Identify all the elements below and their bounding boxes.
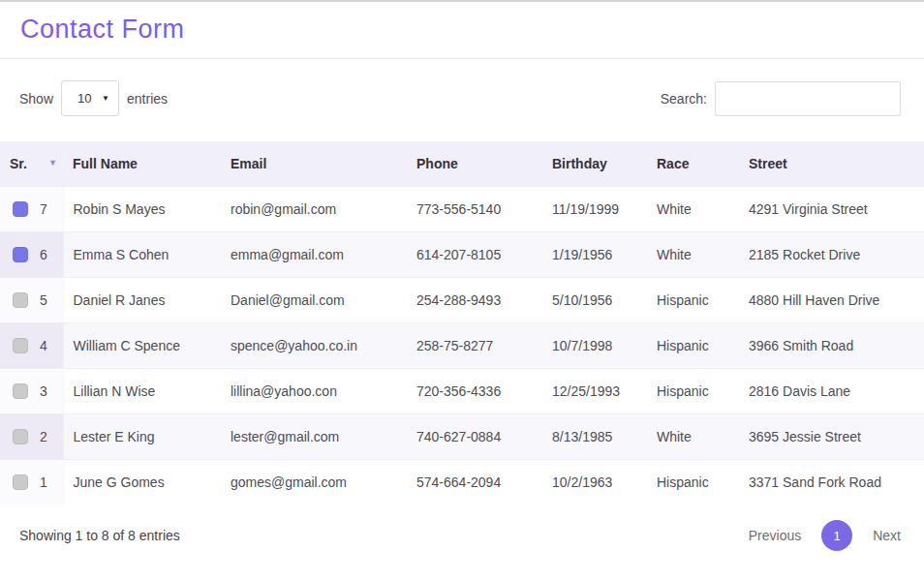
next-page-button[interactable]: Next bbox=[873, 528, 901, 543]
table-controls: Show 10 ▼ entries Search: bbox=[0, 80, 924, 116]
cell-full-name: Daniel R Janes bbox=[63, 277, 221, 322]
table-row: 2 Lester E King lester@gmail.com 740-627… bbox=[0, 413, 924, 459]
sort-descending-icon: ▼ bbox=[48, 159, 57, 168]
row-select-checkbox[interactable] bbox=[13, 201, 28, 217]
table-header-row: Sr. ▼ Full Name Email Phone Birthday Rac… bbox=[0, 141, 924, 186]
sr-number: 3 bbox=[40, 383, 47, 399]
row-select-checkbox[interactable] bbox=[13, 292, 28, 308]
cell-street: 2816 Davis Lane bbox=[739, 368, 924, 413]
cell-email: emma@gmail.com bbox=[221, 231, 407, 277]
contacts-table: Sr. ▼ Full Name Email Phone Birthday Rac… bbox=[0, 141, 924, 505]
cell-phone: 258-75-8277 bbox=[407, 322, 542, 368]
page-1-button[interactable]: 1 bbox=[821, 520, 852, 551]
cell-race: Hispanic bbox=[647, 459, 739, 505]
column-header-sr-label: Sr. bbox=[10, 156, 27, 171]
cell-email: lester@gmail.com bbox=[221, 413, 407, 459]
cell-phone: 773-556-5140 bbox=[407, 186, 542, 231]
cell-full-name: Robin S Mayes bbox=[63, 186, 221, 231]
cell-full-name: William C Spence bbox=[63, 322, 221, 368]
cell-street: 3371 Sand Fork Road bbox=[739, 459, 924, 505]
cell-email: robin@gmail.com bbox=[221, 186, 407, 231]
table-row: 4 William C Spence spence@yahoo.co.in 25… bbox=[0, 322, 924, 368]
sr-number: 4 bbox=[40, 338, 47, 353]
show-label: Show bbox=[19, 91, 53, 107]
cell-race: White bbox=[647, 186, 739, 231]
table-row: 3 Lillian N Wise lillina@yahoo.con 720-3… bbox=[0, 368, 924, 413]
entries-summary: Showing 1 to 8 of 8 entries bbox=[19, 528, 180, 543]
column-header-birthday[interactable]: Birthday bbox=[542, 141, 647, 186]
cell-full-name: June G Gomes bbox=[63, 459, 221, 505]
previous-page-button[interactable]: Previous bbox=[749, 528, 801, 543]
cell-email: spence@yahoo.co.in bbox=[221, 322, 407, 368]
page-title: Contact Form bbox=[20, 15, 904, 45]
row-select-checkbox[interactable] bbox=[13, 474, 28, 490]
table-footer: Showing 1 to 8 of 8 entries Previous 1 N… bbox=[0, 520, 924, 551]
search-control: Search: bbox=[661, 81, 901, 116]
sr-number: 2 bbox=[40, 429, 47, 444]
chevron-down-icon: ▼ bbox=[102, 94, 109, 103]
cell-race: Hispanic bbox=[647, 277, 739, 322]
cell-birthday: 1/19/1956 bbox=[542, 231, 647, 277]
cell-email: gomes@gmail.com bbox=[221, 459, 407, 505]
table-row: 5 Daniel R Janes Daniel@gmail.com 254-28… bbox=[0, 277, 924, 322]
cell-birthday: 10/2/1963 bbox=[542, 459, 647, 505]
cell-phone: 740-627-0884 bbox=[407, 413, 542, 459]
search-label: Search: bbox=[661, 91, 707, 107]
cell-email: lillina@yahoo.con bbox=[221, 368, 407, 413]
cell-birthday: 5/10/1956 bbox=[542, 277, 647, 322]
cell-race: Hispanic bbox=[647, 322, 739, 368]
column-header-race[interactable]: Race bbox=[647, 141, 739, 186]
cell-street: 4291 Virginia Street bbox=[739, 186, 924, 231]
cell-street: 3695 Jessie Street bbox=[739, 413, 924, 459]
cell-birthday: 11/19/1999 bbox=[542, 186, 647, 231]
cell-race: White bbox=[647, 413, 739, 459]
page-size-select[interactable]: 10 ▼ bbox=[61, 80, 119, 116]
cell-street: 2185 Rocket Drive bbox=[739, 231, 924, 277]
page-size-value: 10 bbox=[77, 91, 91, 106]
sr-number: 5 bbox=[40, 292, 47, 308]
sr-number: 6 bbox=[40, 247, 47, 262]
row-select-checkbox[interactable] bbox=[13, 383, 28, 399]
cell-birthday: 10/7/1998 bbox=[542, 322, 647, 368]
pagination: Previous 1 Next bbox=[749, 520, 901, 551]
cell-race: Hispanic bbox=[647, 368, 739, 413]
column-header-email[interactable]: Email bbox=[221, 141, 407, 186]
column-header-full-name[interactable]: Full Name bbox=[63, 141, 221, 186]
row-select-checkbox[interactable] bbox=[13, 338, 28, 353]
table-row: 6 Emma S Cohen emma@gmail.com 614-207-81… bbox=[0, 231, 924, 277]
cell-phone: 574-664-2094 bbox=[407, 459, 542, 505]
cell-full-name: Lester E King bbox=[63, 413, 221, 459]
row-select-checkbox[interactable] bbox=[13, 429, 28, 444]
cell-phone: 720-356-4336 bbox=[407, 368, 542, 413]
cell-phone: 254-288-9493 bbox=[407, 277, 542, 322]
column-header-sr[interactable]: Sr. ▼ bbox=[0, 141, 63, 186]
sr-number: 7 bbox=[40, 201, 47, 217]
cell-birthday: 12/25/1993 bbox=[542, 368, 647, 413]
page-length-control: Show 10 ▼ entries bbox=[19, 80, 168, 116]
cell-email: Daniel@gmail.com bbox=[221, 277, 407, 322]
column-header-phone[interactable]: Phone bbox=[407, 141, 542, 186]
cell-full-name: Lillian N Wise bbox=[63, 368, 221, 413]
cell-street: 4880 Hill Haven Drive bbox=[739, 277, 924, 322]
entries-label: entries bbox=[127, 91, 168, 107]
table-row: 7 Robin S Mayes robin@gmail.com 773-556-… bbox=[0, 186, 924, 231]
sr-number: 1 bbox=[40, 474, 47, 490]
table-row: 1 June G Gomes gomes@gmail.com 574-664-2… bbox=[0, 459, 924, 505]
search-input[interactable] bbox=[715, 81, 901, 116]
column-header-street[interactable]: Street bbox=[739, 141, 924, 186]
cell-street: 3966 Smith Road bbox=[739, 322, 924, 368]
cell-full-name: Emma S Cohen bbox=[63, 231, 221, 277]
cell-race: White bbox=[647, 231, 739, 277]
row-select-checkbox[interactable] bbox=[13, 247, 28, 262]
cell-birthday: 8/13/1985 bbox=[542, 413, 647, 459]
cell-phone: 614-207-8105 bbox=[407, 231, 542, 277]
page-header: Contact Form bbox=[0, 2, 924, 59]
